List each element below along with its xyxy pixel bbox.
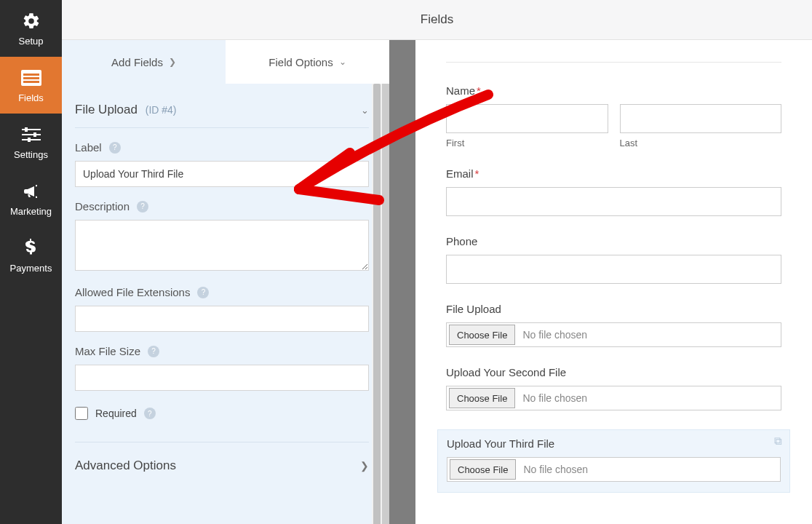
sidebar-item-label: Setup [19, 36, 44, 47]
sidebar-item-label: Marketing [10, 206, 52, 217]
label-group: Label ? [75, 141, 369, 187]
preview-label: File Upload [446, 303, 781, 315]
columns: Add Fields ❯ Field Options ⌄ File Upload… [62, 40, 812, 524]
preview-label: Upload Your Third File [447, 437, 781, 450]
chevron-right-icon: ❯ [169, 57, 176, 67]
preview-name-group[interactable]: Name* First Last [446, 84, 781, 148]
载file-status: No file chosen [523, 464, 588, 475]
sidebar-item-marketing[interactable]: Marketing [0, 170, 62, 227]
preview-upload-second-group[interactable]: Upload Your Second File Choose File No f… [446, 366, 781, 410]
file-input-row[interactable]: Choose File No file chosen [447, 457, 781, 482]
allowed-ext-input[interactable] [75, 306, 369, 332]
svg-rect-4 [22, 129, 41, 130]
sidebar: Setup Fields Settings Marketing Payments [0, 0, 62, 524]
sidebar-item-setup[interactable]: Setup [0, 0, 62, 57]
duplicate-icon[interactable]: ⧉ [774, 434, 782, 448]
sidebar-item-label: Settings [14, 149, 48, 160]
advanced-label: Advanced Options [75, 458, 176, 473]
svg-rect-8 [33, 132, 36, 137]
help-icon[interactable]: ? [148, 346, 159, 357]
max-size-group: Max File Size ? [75, 345, 369, 391]
sidebar-item-label: Fields [18, 92, 44, 103]
phone-input[interactable] [446, 255, 781, 284]
preview-label: Email* [446, 167, 781, 180]
chevron-down-icon: ⌄ [339, 57, 346, 67]
required-checkbox[interactable] [75, 407, 88, 420]
choose-file-button[interactable]: Choose File [449, 388, 515, 408]
divider-strip [389, 40, 415, 524]
scrollbar-track[interactable] [372, 84, 382, 524]
label-text: Allowed File Extensions [75, 286, 190, 298]
svg-rect-7 [25, 127, 28, 132]
sidebar-item-payments[interactable]: Payments [0, 227, 62, 284]
chevron-down-icon: ⌄ [361, 105, 369, 116]
sub-label: First [446, 138, 608, 148]
tab-row: Add Fields ❯ Field Options ⌄ [62, 40, 389, 84]
field-options-panel: Add Fields ❯ Field Options ⌄ File Upload… [62, 40, 389, 524]
required-label: Required [95, 408, 137, 419]
dollar-icon [25, 238, 37, 258]
required-asterisk: * [477, 84, 481, 97]
tab-label: Field Options [268, 56, 333, 68]
choose-file-button[interactable]: Choose File [449, 325, 515, 345]
help-icon[interactable]: ? [137, 201, 148, 213]
left-scroll-area: File Upload (ID #4) ⌄ Label ? Descriptio… [62, 84, 389, 524]
tab-add-fields[interactable]: Add Fields ❯ [62, 40, 226, 84]
chevron-right-icon: ❯ [360, 460, 369, 472]
fields-icon [21, 68, 41, 88]
sidebar-item-settings[interactable]: Settings [0, 114, 62, 170]
preview-email-group[interactable]: Email* [446, 167, 781, 216]
gear-icon [22, 11, 41, 31]
main: Fields Add Fields ❯ Field Options ⌄ [62, 0, 812, 524]
label-text: Label [75, 141, 102, 154]
scrollbar-thumb[interactable] [373, 84, 381, 524]
file-input-row[interactable]: Choose File No file chosen [446, 386, 781, 410]
allowed-ext-group: Allowed File Extensions ? [75, 286, 369, 332]
preview-label: Name* [446, 84, 781, 97]
section-title: File Upload [75, 103, 138, 116]
description-input[interactable] [75, 220, 369, 271]
section-header[interactable]: File Upload (ID #4) ⌄ [75, 84, 369, 128]
advanced-options-toggle[interactable]: Advanced Options ❯ [75, 442, 369, 491]
sliders-icon [22, 124, 41, 145]
preview-label: Phone [446, 235, 781, 247]
email-input[interactable] [446, 187, 781, 216]
preview-phone-group[interactable]: Phone [446, 235, 781, 284]
label-text: Description [75, 200, 130, 213]
required-row: Required ? [75, 407, 369, 420]
sidebar-item-label: Payments [10, 263, 52, 274]
label-input[interactable] [75, 161, 369, 187]
svg-rect-6 [22, 139, 41, 140]
last-name-input[interactable] [620, 104, 782, 133]
first-name-input[interactable] [446, 104, 608, 133]
svg-rect-3 [23, 81, 39, 83]
svg-rect-2 [23, 77, 39, 79]
svg-rect-5 [22, 134, 41, 135]
description-group: Description ? [75, 200, 369, 273]
help-icon[interactable]: ? [144, 408, 156, 419]
label-text: Max File Size [75, 345, 140, 357]
file-input-row[interactable]: Choose File No file chosen [446, 322, 781, 347]
choose-file-button[interactable]: Choose File [450, 459, 516, 480]
preview-label: Upload Your Second File [446, 366, 781, 378]
help-icon[interactable]: ? [109, 142, 121, 154]
tab-field-options[interactable]: Field Options ⌄ [226, 40, 389, 84]
svg-rect-1 [23, 74, 39, 76]
label-text: Name [446, 84, 475, 97]
divider [446, 62, 781, 63]
required-asterisk: * [475, 167, 479, 180]
preview-upload-third-group[interactable]: ⧉ Upload Your Third File Choose File No … [437, 429, 790, 493]
tab-label: Add Fields [111, 56, 163, 68]
svg-rect-9 [28, 138, 31, 142]
preview-file-upload-group[interactable]: File Upload Choose File No file chosen [446, 303, 781, 347]
page-title: Fields [421, 12, 453, 27]
file-status: No file chosen [522, 329, 587, 341]
sub-label: Last [620, 138, 782, 148]
topbar: Fields [62, 0, 812, 40]
label-text: Email [446, 167, 474, 180]
file-status: No file chosen [522, 392, 587, 404]
section-id: (ID #4) [146, 104, 177, 116]
sidebar-item-fields[interactable]: Fields [0, 57, 62, 114]
max-size-input[interactable] [75, 365, 369, 391]
help-icon[interactable]: ? [197, 287, 209, 298]
